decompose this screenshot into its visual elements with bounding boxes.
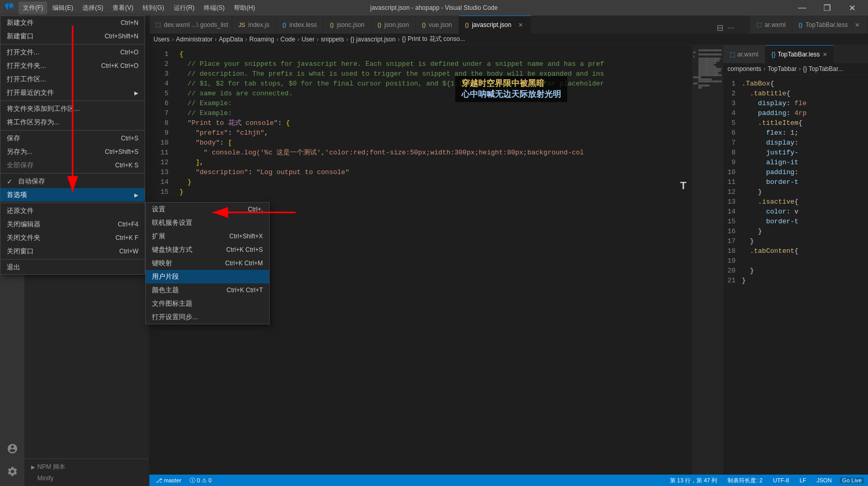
prefs-user-snippets[interactable]: 用户片段 bbox=[146, 270, 269, 283]
prefs-keymaps-label: 键映射 bbox=[152, 259, 172, 268]
tab-vue-json[interactable]: {} vue.json bbox=[416, 16, 459, 34]
menu-close-editor[interactable]: 关闭编辑器 Ctrl+F4 bbox=[1, 218, 145, 231]
npm-minify[interactable]: Minify bbox=[25, 473, 149, 484]
menu-sep-1 bbox=[1, 44, 145, 45]
npm-section[interactable]: ▶ NPM 脚本 bbox=[25, 461, 149, 473]
menu-goto[interactable]: 转到(G) bbox=[138, 2, 168, 15]
titlebar-menu: 文件(F) 编辑(E) 选择(S) 查看(V) 转到(G) 运行(R) 终端(S… bbox=[19, 2, 259, 15]
prefs-settings[interactable]: 设置 Ctrl+, bbox=[146, 203, 269, 216]
status-lineending[interactable]: LF bbox=[797, 477, 808, 483]
menu-open-recent[interactable]: 打开最近的文件 ▶ bbox=[1, 86, 145, 99]
right-line-numbers: 12345 678910 1112131415 1617181920 21 bbox=[727, 79, 736, 470]
tab-close2-button[interactable]: × bbox=[853, 21, 861, 29]
file-menu[interactable]: 新建文件 Ctrl+N 新建窗口 Ctrl+Shift+N 打开文件... Ct… bbox=[0, 16, 145, 275]
menu-view[interactable]: 查看(V) bbox=[108, 2, 137, 15]
menu-save-workspace[interactable]: 将工作区另存为... bbox=[1, 116, 145, 129]
menu-open-file[interactable]: 打开文件... Ctrl+O bbox=[1, 46, 145, 59]
prefs-file-icon-theme[interactable]: 文件图标主题 bbox=[146, 297, 269, 310]
status-language[interactable]: JSON bbox=[815, 477, 834, 483]
tab-ar-icon: ⬚ bbox=[757, 21, 762, 28]
menu-close-folder[interactable]: 关闭文件夹 Ctrl+K F bbox=[1, 231, 145, 245]
tab-less2-icon: {} bbox=[799, 22, 802, 28]
menu-close-window[interactable]: 关闭窗口 Ctrl+W bbox=[1, 245, 145, 258]
tab-javascript-json[interactable]: {} javascript.json × bbox=[459, 16, 531, 34]
minimap-content: ███████████████████████ ████████████████… bbox=[692, 45, 723, 93]
menu-open-folder[interactable]: 打开文件夹... Ctrl+K Ctrl+O bbox=[1, 59, 145, 73]
menu-help[interactable]: 帮助(H) bbox=[230, 2, 259, 15]
right-bc-file: {} TopTabBar... bbox=[803, 65, 843, 73]
menu-add-folder[interactable]: 将文件夹添加到工作区... bbox=[1, 102, 145, 116]
menu-new-file[interactable]: 新建文件 Ctrl+N bbox=[1, 16, 145, 30]
right-panel: ⬚ ar.wxml {} TopTabBar.less × components… bbox=[723, 45, 868, 475]
breadcrumb-snippets: snippets bbox=[321, 36, 344, 43]
menu-auto-save[interactable]: ✓ 自动保存 bbox=[1, 175, 145, 188]
menu-file[interactable]: 文件(F) bbox=[19, 2, 47, 15]
prefs-ext-label: 扩展 bbox=[152, 232, 165, 241]
tab-index-less[interactable]: {} index.less bbox=[276, 16, 324, 34]
tab-toptabbar-less[interactable]: {} TopTabBar.less × bbox=[792, 16, 868, 34]
status-encoding[interactable]: UTF-8 bbox=[771, 477, 791, 483]
menu-revert[interactable]: 还原文件 bbox=[1, 204, 145, 218]
tab-close-button[interactable]: × bbox=[516, 21, 525, 29]
npm-label: NPM 脚本 bbox=[37, 463, 65, 471]
right-tab2-label: TopTabBar.less bbox=[778, 51, 820, 58]
menu-save-as[interactable]: 另存为... Ctrl+Shift+S bbox=[1, 145, 145, 159]
right-breadcrumb: components › TopTabbar › {} TopTabBar... bbox=[723, 63, 868, 75]
maximize-button[interactable]: ❐ bbox=[815, 0, 839, 16]
menu-sep-3 bbox=[1, 130, 145, 131]
prefs-extensions[interactable]: 扩展 Ctrl+Shift+X bbox=[146, 230, 269, 243]
right-bc-components: components bbox=[727, 65, 761, 73]
status-branch[interactable]: ⎇ master bbox=[153, 477, 184, 484]
prefs-submenu[interactable]: 设置 Ctrl+, 联机服务设置 扩展 Ctrl+Shift+X 键盘快捷方式 … bbox=[145, 202, 270, 324]
prefs-keyboard-shortcuts[interactable]: 键盘快捷方式 Ctrl+K Ctrl+S bbox=[146, 243, 269, 256]
settings-icon[interactable] bbox=[2, 461, 23, 482]
prefs-online-services[interactable]: 联机服务设置 bbox=[146, 216, 269, 230]
account-icon[interactable] bbox=[2, 438, 23, 459]
status-errors[interactable]: Ⓘ 0 ⚠ 0 bbox=[188, 477, 214, 484]
right-code: 12345 678910 1112131415 1617181920 21 .T… bbox=[723, 75, 868, 475]
menu-run[interactable]: 运行(R) bbox=[170, 2, 199, 15]
app-icon bbox=[4, 3, 15, 13]
titlebar-title: javascript.json - ahopapp - Visual Studi… bbox=[370, 4, 498, 11]
tab-json-json[interactable]: {} json.json bbox=[371, 16, 416, 34]
tab-label: TopTabBar.less bbox=[806, 21, 848, 28]
menu-save[interactable]: 保存 Ctrl+S bbox=[1, 132, 145, 145]
right-tab-ar-wxml[interactable]: ⬚ ar.wxml bbox=[723, 45, 765, 63]
titlebar: 文件(F) 编辑(E) 选择(S) 查看(V) 转到(G) 运行(R) 终端(S… bbox=[0, 0, 868, 16]
menu-quit[interactable]: 退出 bbox=[1, 261, 145, 274]
status-tabsize[interactable]: 制表符长度: 2 bbox=[725, 477, 764, 484]
tab-jsonc-json[interactable]: {} jsonc.json bbox=[324, 16, 371, 34]
titlebar-controls: — ❐ ✕ bbox=[790, 0, 864, 16]
prefs-keymaps[interactable]: 键映射 Ctrl+K Ctrl+M bbox=[146, 256, 269, 270]
sidebar-bottom: ▶ NPM 脚本 Minify bbox=[25, 459, 149, 486]
prefs-open-settings-sync[interactable]: 打开设置同步... bbox=[146, 310, 269, 324]
right-tab-toptabbar[interactable]: {} TopTabBar.less × bbox=[765, 45, 834, 63]
right-tab-close[interactable]: × bbox=[823, 50, 827, 59]
status-position[interactable]: 第 13 行，第 47 列 bbox=[668, 477, 720, 484]
menu-select[interactable]: 选择(S) bbox=[78, 2, 107, 15]
tab-dex-wxml[interactable]: ⬚ dex.wxml ...\ goods_list bbox=[149, 16, 232, 34]
minimize-button[interactable]: — bbox=[790, 0, 814, 16]
menu-save-all[interactable]: 全部保存 Ctrl+K S bbox=[1, 159, 145, 172]
more-actions-icon[interactable]: ··· bbox=[726, 22, 735, 34]
status-bar: ⎇ master Ⓘ 0 ⚠ 0 第 13 行，第 47 列 制表符长度: 2 … bbox=[149, 475, 868, 486]
tab-ar-wxml[interactable]: ⬚ ar.wxml bbox=[750, 16, 793, 34]
status-golive[interactable]: Go Live bbox=[840, 477, 864, 483]
notification: 穿越时空界限中被黑暗 心中呐喊无边天际放射光明 bbox=[455, 76, 567, 102]
tab-label: dex.wxml ...\ goods_list bbox=[164, 21, 228, 28]
prefs-color-theme[interactable]: 颜色主题 Ctrl+K Ctrl+T bbox=[146, 283, 269, 297]
menu-sep-5 bbox=[1, 203, 145, 203]
tab-label: jsonc.json bbox=[337, 21, 365, 28]
notif-line1: 穿越时空界限中被黑暗 bbox=[461, 78, 561, 89]
menu-new-window[interactable]: 新建窗口 Ctrl+Shift+N bbox=[1, 30, 145, 43]
menu-terminal[interactable]: 终端(S) bbox=[200, 2, 229, 15]
tab-index-js[interactable]: JS index.js bbox=[232, 16, 276, 34]
close-button[interactable]: ✕ bbox=[840, 0, 864, 16]
breadcrumb-roaming: Roaming bbox=[249, 36, 274, 43]
menu-edit[interactable]: 编辑(E) bbox=[48, 2, 77, 15]
tab-label: index.less bbox=[289, 21, 317, 28]
menu-open-workspace[interactable]: 打开工作区... bbox=[1, 73, 145, 86]
split-editor-icon[interactable]: ⊟ bbox=[716, 22, 724, 34]
menu-preferences[interactable]: 首选项 ▶ bbox=[1, 188, 145, 202]
tab-label: javascript.json bbox=[472, 21, 511, 28]
